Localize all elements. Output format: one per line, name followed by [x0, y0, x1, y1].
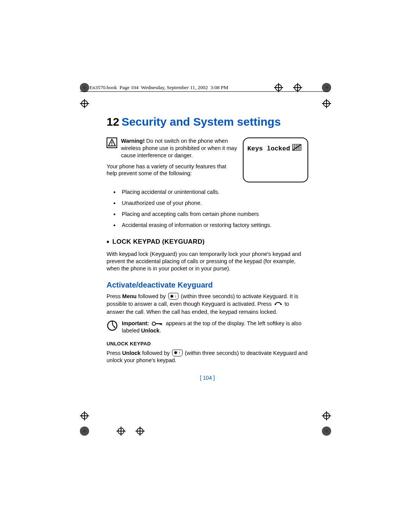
intro-text: Your phone has a variety of security fea… — [107, 163, 237, 177]
call-key-icon — [274, 300, 282, 308]
header-rule — [80, 91, 329, 92]
activate-paragraph: Press Menu followed by ✱ ↑ (within three… — [107, 293, 308, 316]
bullet-list: Placing accidental or unintentional call… — [107, 189, 308, 228]
important-period: . — [159, 328, 161, 334]
subsection-heading: Activate/deactivate Keyguard — [107, 280, 308, 290]
svg-point-2 — [112, 144, 112, 145]
warning-text: Warning! Do not switch on the phone when… — [121, 137, 237, 159]
star-key-icon: ✱ ↑ — [168, 293, 179, 300]
section1-paragraph: With keypad lock (Keyguard) you can temp… — [107, 251, 308, 272]
unlock-paragraph: Press Unlock followed by ✱ ↑ (within thr… — [107, 350, 308, 364]
important-icon — [107, 320, 118, 333]
unlock-press: Press — [107, 350, 122, 356]
warning-icon — [107, 137, 117, 148]
header-pageref: Page 104 — [119, 85, 139, 90]
svg-point-11 — [274, 304, 276, 305]
crop-crosshair-l1 — [80, 99, 89, 108]
crop-circle-br — [322, 427, 331, 436]
text-press: Press — [107, 293, 122, 299]
chapter-number: 12 — [107, 115, 119, 128]
keypad-lock-icon — [292, 144, 301, 154]
text-menu: Menu — [122, 293, 137, 299]
bullet-item: Accidental erasing of information or res… — [107, 222, 308, 229]
header-filename-line: En3570.book Page 104 Wednesday, Septembe… — [89, 85, 228, 91]
crop-circle-bl — [80, 427, 89, 436]
chapter-title-text: Security and System settings — [121, 115, 280, 128]
crop-circle-tl — [80, 83, 89, 92]
warning-label: Warning! — [121, 138, 145, 144]
crop-crosshair-tc — [274, 83, 283, 92]
key-lock-indicator-icon — [151, 320, 164, 326]
page-content: 12Security and System settings Warning! … — [107, 114, 308, 364]
bullet-item: Placing and accepting calls from certain… — [107, 211, 308, 218]
phone-screen-illustration: Keys locked — [243, 137, 308, 182]
header-time: 3:08 PM — [210, 85, 228, 90]
svg-rect-17 — [160, 323, 161, 325]
unlock-followed: followed by — [140, 350, 171, 356]
header-day: Wednesday, September 11, 2002 — [141, 85, 208, 90]
text-followed-by: followed by — [137, 293, 167, 299]
crop-crosshair-bc1 — [116, 427, 126, 436]
crop-crosshair-tc2 — [293, 83, 302, 92]
chapter-title: 12Security and System settings — [107, 114, 308, 129]
svg-rect-18 — [161, 323, 162, 325]
page-number: [ 104 ] — [107, 374, 308, 381]
svg-point-15 — [152, 322, 155, 325]
bullet-item: Unauthorized use of your phone. — [107, 200, 308, 207]
crop-circle-tr — [322, 83, 331, 92]
bullet-item: Placing accidental or unintentional call… — [107, 189, 308, 196]
section-heading-text: LOCK KEYPAD (KEYGUARD) — [112, 238, 204, 246]
crop-crosshair-bc2 — [135, 427, 145, 436]
section-heading-lock-keypad: LOCK KEYPAD (KEYGUARD) — [107, 237, 308, 247]
crop-crosshair-l2 — [80, 411, 89, 420]
crop-crosshair-r2 — [322, 411, 331, 420]
important-text: Important: appears at the top of the dis… — [122, 320, 308, 335]
screen-label: Keys locked — [247, 145, 290, 153]
important-unlock: Unlock — [141, 328, 159, 334]
star-key-icon: ✱ ↑ — [172, 350, 183, 356]
svg-point-12 — [280, 304, 282, 305]
unlock-bold: Unlock — [122, 350, 140, 356]
header-filename: En3570.book — [89, 85, 117, 90]
crop-crosshair-r1 — [322, 99, 331, 108]
unlock-keypad-heading: UNLOCK KEYPAD — [107, 341, 308, 347]
important-label: Important: — [122, 320, 149, 326]
